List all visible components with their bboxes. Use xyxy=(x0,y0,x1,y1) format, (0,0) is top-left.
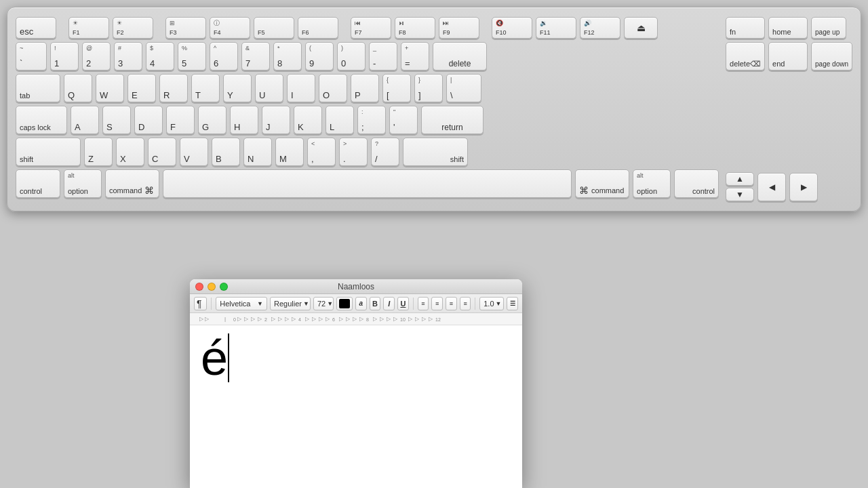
key-f12[interactable]: 🔊 F12 xyxy=(580,17,620,39)
key-1[interactable]: ! 1 xyxy=(50,42,79,70)
key-arrow-up[interactable]: ▲ xyxy=(726,172,754,186)
key-minus[interactable]: _ - xyxy=(369,42,397,70)
toolbar-align-right[interactable]: ≡ xyxy=(446,297,457,310)
minimize-button[interactable] xyxy=(208,283,216,291)
key-command-left[interactable]: command⌘ xyxy=(105,169,159,198)
key-i[interactable]: I xyxy=(287,74,315,102)
key-pagedown[interactable]: page down xyxy=(811,42,852,70)
key-pageup[interactable]: page up xyxy=(811,17,846,39)
key-return[interactable]: return xyxy=(421,106,484,134)
document-content[interactable]: é xyxy=(190,325,522,488)
key-space[interactable] xyxy=(163,169,572,198)
key-x[interactable]: X xyxy=(116,138,144,166)
key-c[interactable]: C xyxy=(148,138,176,166)
toolbar-italic-btn[interactable]: I xyxy=(383,297,395,310)
key-command-right[interactable]: ⌘command xyxy=(575,169,629,198)
key-f9[interactable]: ⏭ F9 xyxy=(439,17,479,39)
key-k[interactable]: K xyxy=(294,106,322,134)
key-3[interactable]: # 3 xyxy=(114,42,142,70)
key-f8[interactable]: ⏯ F8 xyxy=(395,17,435,39)
toolbar-size-selector[interactable]: 72 ▼ xyxy=(313,297,334,310)
key-shift-right[interactable]: shift xyxy=(403,138,468,166)
toolbar-bold-btn[interactable]: B xyxy=(370,297,381,310)
key-g[interactable]: G xyxy=(198,106,226,134)
key-backslash[interactable]: | \ xyxy=(446,74,481,102)
key-tab[interactable]: tab xyxy=(16,74,60,102)
key-b[interactable]: B xyxy=(212,138,240,166)
key-f1[interactable]: ☀ F1 xyxy=(68,17,109,39)
key-m[interactable]: M xyxy=(275,138,304,166)
key-comma[interactable]: < , xyxy=(307,138,336,166)
key-f6[interactable]: F6 xyxy=(298,17,338,39)
key-l[interactable]: L xyxy=(326,106,354,134)
key-7[interactable]: & 7 xyxy=(241,42,270,70)
key-o[interactable]: O xyxy=(319,74,347,102)
key-6[interactable]: ^ 6 xyxy=(210,42,238,70)
key-r[interactable]: R xyxy=(159,74,188,102)
toolbar-style-selector[interactable]: Regulier ▼ xyxy=(270,297,311,310)
key-w[interactable]: W xyxy=(96,74,124,102)
key-f5[interactable]: F5 xyxy=(254,17,294,39)
key-tilde[interactable]: ~ ` xyxy=(16,42,47,70)
key-a[interactable]: A xyxy=(71,106,99,134)
key-p[interactable]: P xyxy=(351,74,379,102)
key-arrow-right[interactable]: ▶ xyxy=(789,173,818,201)
key-esc[interactable]: esc xyxy=(16,17,56,39)
key-s[interactable]: S xyxy=(102,106,131,134)
key-f4[interactable]: ⓘ F4 xyxy=(210,17,250,39)
key-arrow-down[interactable]: ▼ xyxy=(726,188,754,201)
key-capslock[interactable]: caps lock xyxy=(16,106,67,134)
key-n[interactable]: N xyxy=(243,138,272,166)
key-delete[interactable]: delete xyxy=(433,42,487,70)
key-9[interactable]: ( 9 xyxy=(305,42,334,70)
key-0[interactable]: ) 0 xyxy=(337,42,366,70)
toolbar-list-btn[interactable]: ☰ xyxy=(507,297,518,310)
key-option-right[interactable]: alt option xyxy=(633,169,671,198)
maximize-button[interactable] xyxy=(220,283,228,291)
key-f10[interactable]: 🔇 F10 xyxy=(492,17,532,39)
key-control-left[interactable]: control xyxy=(16,169,60,198)
key-arrow-left[interactable]: ◀ xyxy=(757,173,786,201)
key-equals[interactable]: + = xyxy=(401,42,429,70)
key-2[interactable]: @ 2 xyxy=(82,42,111,70)
key-fwddelete[interactable]: delete⌫ xyxy=(726,42,765,70)
key-f11[interactable]: 🔉 F11 xyxy=(536,17,576,39)
key-y[interactable]: Y xyxy=(223,74,252,102)
key-v[interactable]: V xyxy=(180,138,208,166)
key-slash[interactable]: ? / xyxy=(371,138,399,166)
toolbar-underline-btn[interactable]: U xyxy=(397,297,409,310)
toolbar-color-swatch[interactable] xyxy=(336,297,353,310)
key-fn[interactable]: fn xyxy=(726,17,765,39)
key-t[interactable]: T xyxy=(191,74,220,102)
key-4[interactable]: $ 4 xyxy=(146,42,174,70)
key-period[interactable]: > . xyxy=(339,138,368,166)
key-f[interactable]: F xyxy=(166,106,195,134)
key-j[interactable]: J xyxy=(262,106,290,134)
key-control-right[interactable]: control xyxy=(674,169,719,198)
key-f3[interactable]: ⊞ F3 xyxy=(165,17,206,39)
key-eject[interactable]: ⏏ xyxy=(624,17,658,39)
key-5[interactable]: % 5 xyxy=(178,42,206,70)
key-lbracket[interactable]: { [ xyxy=(382,74,411,102)
toolbar-font-selector[interactable]: Helvetica ▼ xyxy=(216,297,267,310)
close-button[interactable] xyxy=(195,283,203,291)
toolbar-format-btn[interactable]: ¶ xyxy=(194,297,207,310)
key-end[interactable]: end xyxy=(768,42,808,70)
key-u[interactable]: U xyxy=(255,74,283,102)
toolbar-shadow-btn[interactable]: a xyxy=(355,297,367,310)
key-option-left[interactable]: alt option xyxy=(64,169,102,198)
toolbar-align-left[interactable]: ≡ xyxy=(418,297,429,310)
key-f7[interactable]: ⏮ F7 xyxy=(351,17,391,39)
key-z[interactable]: Z xyxy=(84,138,113,166)
key-e[interactable]: E xyxy=(127,74,156,102)
key-f2[interactable]: ☀ F2 xyxy=(113,17,153,39)
key-h[interactable]: H xyxy=(230,106,258,134)
key-8[interactable]: * 8 xyxy=(273,42,302,70)
toolbar-align-justify[interactable]: ≡ xyxy=(460,297,471,310)
toolbar-align-center[interactable]: ≡ xyxy=(431,297,443,310)
key-semicolon[interactable]: : ; xyxy=(357,106,386,134)
toolbar-line-spacing[interactable]: 1.0 ▼ xyxy=(479,297,504,310)
key-rbracket[interactable]: } ] xyxy=(414,74,443,102)
key-q[interactable]: Q xyxy=(64,74,92,102)
key-d[interactable]: D xyxy=(134,106,163,134)
